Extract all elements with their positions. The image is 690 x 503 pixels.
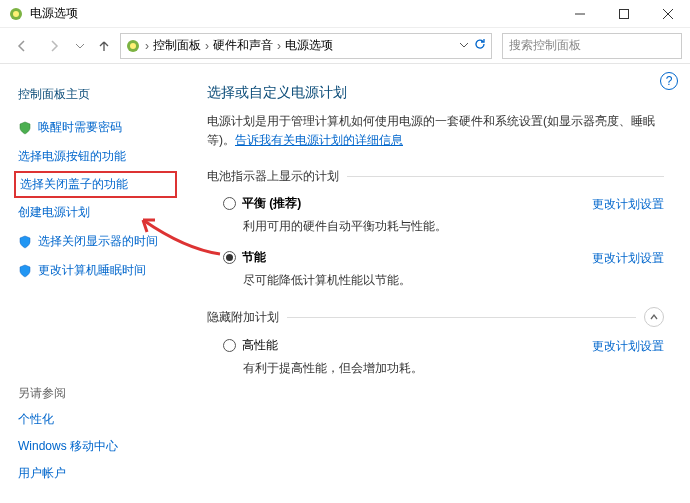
sidebar-item-label: 更改计算机睡眠时间 <box>38 262 146 279</box>
sidebar-item-label: 唤醒时需要密码 <box>38 119 122 136</box>
change-plan-settings-link[interactable]: 更改计划设置 <box>592 250 664 267</box>
sidebar-item-require-password[interactable]: 唤醒时需要密码 <box>18 113 177 142</box>
power-options-icon <box>125 38 141 54</box>
shield-icon <box>18 121 32 135</box>
maximize-button[interactable] <box>602 0 646 28</box>
plan-name[interactable]: 节能 <box>242 249 266 266</box>
up-button[interactable] <box>92 34 116 58</box>
navigation-bar: › 控制面板 › 硬件和声音 › 电源选项 搜索控制面板 <box>0 28 690 64</box>
sidebar-item-label: 选择关闭盖子的功能 <box>20 176 128 193</box>
close-button[interactable] <box>646 0 690 28</box>
section-hidden-plans: 隐藏附加计划 <box>207 307 664 327</box>
section-shown-plans: 电池指示器上显示的计划 <box>207 168 664 185</box>
plan-radio[interactable] <box>223 197 236 210</box>
plan-description: 尽可能降低计算机性能以节能。 <box>243 272 592 289</box>
sidebar-item-label: 选择关闭显示器的时间 <box>38 233 158 250</box>
plan-high-performance: 高性能 有利于提高性能，但会增加功耗。 更改计划设置 <box>223 337 664 377</box>
chevron-down-icon[interactable] <box>459 39 469 53</box>
see-also-accounts[interactable]: 用户帐户 <box>18 460 118 487</box>
sidebar: 控制面板主页 唤醒时需要密码 选择电源按钮的功能 选择关闭盖子的功能 创建电源计… <box>0 64 185 503</box>
power-options-icon <box>8 6 24 22</box>
divider <box>287 317 636 318</box>
window-title: 电源选项 <box>30 5 558 22</box>
tell-more-link[interactable]: 告诉我有关电源计划的详细信息 <box>235 133 403 147</box>
see-also-mobility[interactable]: Windows 移动中心 <box>18 433 118 460</box>
change-plan-settings-link[interactable]: 更改计划设置 <box>592 338 664 355</box>
svg-point-7 <box>130 43 136 49</box>
address-bar[interactable]: › 控制面板 › 硬件和声音 › 电源选项 <box>120 33 492 59</box>
breadcrumb-root[interactable]: 控制面板 <box>149 37 205 54</box>
history-dropdown[interactable] <box>72 41 88 51</box>
plan-description: 利用可用的硬件自动平衡功耗与性能。 <box>243 218 592 235</box>
svg-rect-3 <box>620 9 629 18</box>
plan-power-saver: 节能 尽可能降低计算机性能以节能。 更改计划设置 <box>223 249 664 289</box>
page-description: 电源计划是用于管理计算机如何使用电源的一套硬件和系统设置(如显示器亮度、睡眠等)… <box>207 112 664 150</box>
breadcrumb-leaf[interactable]: 电源选项 <box>281 37 337 54</box>
sidebar-item-label: 创建电源计划 <box>18 204 90 221</box>
plan-name[interactable]: 高性能 <box>242 337 278 354</box>
sidebar-item-create-plan[interactable]: 创建电源计划 <box>18 198 177 227</box>
plan-balanced: 平衡 (推荐) 利用可用的硬件自动平衡功耗与性能。 更改计划设置 <box>223 195 664 235</box>
svg-point-1 <box>13 11 19 17</box>
shield-icon <box>18 235 32 249</box>
divider <box>347 176 664 177</box>
minimize-button[interactable] <box>558 0 602 28</box>
change-plan-settings-link[interactable]: 更改计划设置 <box>592 196 664 213</box>
section-label: 电池指示器上显示的计划 <box>207 168 339 185</box>
back-button[interactable] <box>8 32 36 60</box>
sidebar-home[interactable]: 控制面板主页 <box>18 80 177 113</box>
sidebar-item-close-lid[interactable]: 选择关闭盖子的功能 <box>14 171 177 198</box>
section-label: 隐藏附加计划 <box>207 309 279 326</box>
plan-name[interactable]: 平衡 (推荐) <box>242 195 301 212</box>
breadcrumb-mid[interactable]: 硬件和声音 <box>209 37 277 54</box>
shield-icon <box>18 264 32 278</box>
refresh-icon[interactable] <box>473 37 487 54</box>
forward-button[interactable] <box>40 32 68 60</box>
search-input[interactable]: 搜索控制面板 <box>502 33 682 59</box>
plan-radio[interactable] <box>223 339 236 352</box>
collapse-button[interactable] <box>644 307 664 327</box>
plan-radio[interactable] <box>223 251 236 264</box>
sidebar-item-power-button[interactable]: 选择电源按钮的功能 <box>18 142 177 171</box>
window-controls <box>558 0 690 28</box>
sidebar-item-label: 选择电源按钮的功能 <box>18 148 126 165</box>
main-content: 选择或自定义电源计划 电源计划是用于管理计算机如何使用电源的一套硬件和系统设置(… <box>185 64 690 503</box>
see-also-heading: 另请参阅 <box>18 381 118 406</box>
see-also-section: 另请参阅 个性化 Windows 移动中心 用户帐户 <box>18 381 118 487</box>
page-heading: 选择或自定义电源计划 <box>207 84 664 102</box>
search-placeholder: 搜索控制面板 <box>509 37 581 54</box>
see-also-personalization[interactable]: 个性化 <box>18 406 118 433</box>
window-titlebar: 电源选项 <box>0 0 690 28</box>
sidebar-item-sleep-time[interactable]: 更改计算机睡眠时间 <box>18 256 177 285</box>
sidebar-item-display-off[interactable]: 选择关闭显示器的时间 <box>18 227 177 256</box>
plan-description: 有利于提高性能，但会增加功耗。 <box>243 360 592 377</box>
